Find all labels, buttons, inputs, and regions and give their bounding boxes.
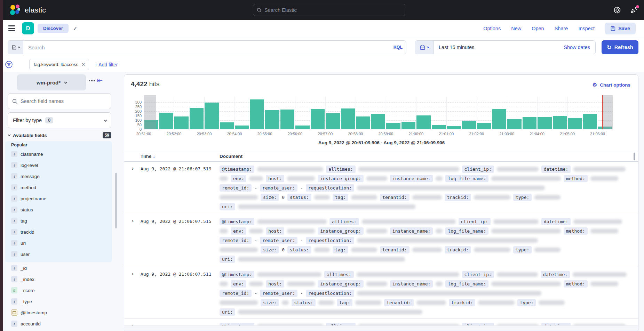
menu-icon[interactable] (8, 25, 15, 31)
index-pattern-picker[interactable]: wm-prod* (17, 74, 86, 90)
table-bottom-scroll-area[interactable] (124, 325, 638, 331)
field-item-@timestamp[interactable]: @timestamp (11, 307, 109, 318)
query-language-button[interactable]: KQL (390, 41, 406, 54)
field-options-icon[interactable] (89, 80, 95, 81)
histogram-bar[interactable] (583, 114, 597, 129)
sidebar-scrollbar[interactable] (115, 173, 117, 228)
field-chip[interactable]: size: (261, 299, 279, 306)
histogram-bar[interactable] (326, 113, 340, 129)
field-chip[interactable]: status: (292, 299, 316, 306)
histogram-bar[interactable] (432, 125, 446, 129)
field-chip[interactable]: remote_user: (260, 290, 297, 297)
field-chip[interactable]: host: (266, 280, 284, 288)
field-item-accountid[interactable]: taccountid (11, 318, 109, 329)
histogram-bar[interactable] (492, 109, 506, 129)
remove-filter-icon[interactable]: ✕ (81, 62, 85, 67)
field-chip[interactable]: type: (513, 246, 532, 253)
histogram-bar[interactable] (507, 119, 521, 129)
field-chip[interactable]: @timestamp: (220, 271, 254, 278)
field-chip[interactable]: datetime: (541, 218, 571, 225)
field-chip[interactable]: method: (564, 227, 588, 235)
field-chip[interactable]: log_file_name: (445, 175, 488, 182)
show-dates-button[interactable]: Show dates (558, 41, 595, 54)
field-search-input[interactable]: Search field names (8, 93, 111, 109)
field-chip[interactable]: datetime: (541, 271, 570, 278)
field-chip[interactable]: tag: (337, 299, 352, 306)
field-chip[interactable]: tenantid: (380, 246, 409, 253)
field-chip[interactable]: @timestamp: (220, 166, 254, 173)
expand-row-icon[interactable]: › (132, 165, 134, 171)
field-chip[interactable]: requestlocation: (306, 290, 354, 297)
collapse-sidebar-icon[interactable]: ⇤ (97, 76, 103, 84)
histogram-bar[interactable] (235, 126, 249, 129)
field-chip[interactable]: remote_id: (220, 290, 252, 297)
expand-row-icon[interactable]: › (132, 218, 134, 224)
add-filter-button[interactable]: + Add filter (95, 62, 118, 67)
field-chip[interactable]: trackid: (445, 194, 471, 201)
field-chip[interactable]: host: (266, 175, 284, 182)
expand-row-icon[interactable]: › (132, 271, 134, 276)
histogram-bar[interactable] (568, 118, 582, 129)
field-chip[interactable]: host: (266, 227, 284, 235)
field-chip[interactable]: type: (517, 299, 536, 306)
field-item-projectname[interactable]: tprojectname (11, 193, 109, 204)
nav-link-new[interactable]: New (511, 26, 521, 31)
filter-pill[interactable]: tag.keyword: lbaccess ✕ (29, 59, 89, 70)
histogram-bar[interactable] (356, 116, 370, 129)
field-chip[interactable]: log_file_name: (445, 280, 488, 288)
histogram-bar[interactable] (220, 122, 234, 129)
field-chip[interactable]: remote_id: (220, 237, 252, 244)
field-chip[interactable]: trackid: (449, 299, 476, 306)
field-chip[interactable]: env: (231, 280, 246, 288)
time-range-value[interactable]: Last 15 minutes (434, 41, 558, 54)
field-chip[interactable]: client_ip: (462, 271, 494, 278)
field-chip[interactable]: client_ip: (459, 218, 491, 225)
histogram-bar[interactable] (295, 126, 309, 129)
field-chip[interactable]: tag: (333, 194, 348, 201)
field-chip[interactable]: remote_user: (260, 184, 297, 192)
field-chip[interactable]: status: (287, 194, 311, 201)
field-chip[interactable]: instance_name: (390, 280, 433, 288)
field-chip[interactable]: log_file_name: (445, 227, 488, 235)
field-chip[interactable]: tenantid: (384, 299, 413, 306)
field-chip[interactable]: instance_group: (318, 227, 363, 235)
filter-by-type-select[interactable]: Filter by type 0 (8, 112, 111, 128)
field-chip[interactable]: alltimes: (324, 271, 353, 278)
field-chip[interactable]: uri: (220, 256, 235, 263)
histogram-bar[interactable] (371, 114, 385, 129)
available-fields-header[interactable]: Available fields 59 (8, 131, 111, 139)
field-item-message[interactable]: tmessage (11, 171, 109, 182)
field-item-_index[interactable]: t_index (11, 274, 109, 285)
field-chip[interactable]: alltimes: (329, 218, 359, 225)
field-chip[interactable]: datetime: (541, 166, 571, 173)
field-chip[interactable]: size: (261, 194, 279, 201)
newsfeed-icon[interactable] (630, 6, 638, 14)
field-chip[interactable]: method: (564, 175, 588, 182)
space-badge[interactable]: D (22, 22, 34, 34)
field-item-log-level[interactable]: tlog-level (11, 160, 109, 171)
save-button[interactable]: Save (605, 23, 636, 34)
field-chip[interactable]: instance_name: (390, 175, 433, 182)
field-chip[interactable]: client_ip: (462, 166, 494, 173)
filter-menu-icon[interactable] (5, 60, 13, 68)
histogram-bar[interactable] (523, 117, 536, 130)
field-item-trackid[interactable]: ttrackid (11, 226, 109, 237)
field-item-tag[interactable]: ttag (11, 215, 109, 226)
histogram-bar[interactable] (538, 117, 551, 129)
histogram-bar[interactable] (416, 115, 430, 129)
breadcrumb[interactable]: Discover (38, 24, 69, 33)
date-picker-button[interactable] (415, 41, 434, 54)
field-chip[interactable]: requestlocation: (306, 184, 354, 192)
elastic-brand[interactable]: elastic (9, 4, 46, 16)
help-icon[interactable] (613, 6, 621, 14)
table-scrollbar[interactable] (634, 153, 635, 160)
saved-query-menu-button[interactable] (8, 41, 23, 54)
field-chip[interactable]: remote_user: (260, 237, 297, 244)
nav-link-open[interactable]: Open (532, 26, 544, 31)
nav-link-inspect[interactable]: Inspect (578, 26, 595, 31)
histogram-bar[interactable] (174, 116, 188, 129)
histogram-bar[interactable] (447, 126, 461, 129)
field-item-_type[interactable]: t_type (11, 296, 109, 307)
field-item-user[interactable]: tuser (11, 249, 109, 260)
field-item-uri[interactable]: turi (11, 237, 109, 249)
